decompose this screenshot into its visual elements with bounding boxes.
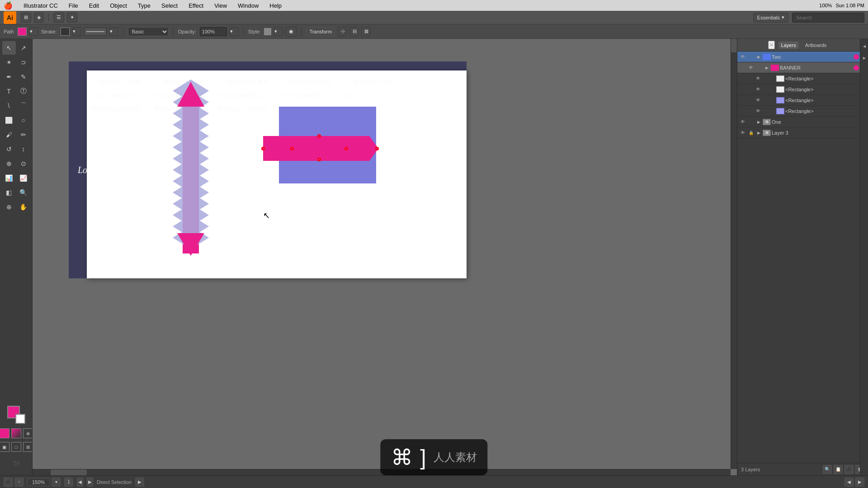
pencil-tool[interactable]: ✏ <box>17 128 30 141</box>
menu-view[interactable]: View <box>212 2 229 9</box>
eyedropper-tool[interactable]: 🔍 <box>17 186 30 199</box>
selection-tool[interactable]: ↖ <box>2 41 16 55</box>
menu-select[interactable]: Select <box>160 2 179 9</box>
pen-tool[interactable]: ✒ <box>2 70 16 84</box>
artboard-tool-btn[interactable]: ⬛ <box>3 456 30 470</box>
vertical-scrollbar[interactable] <box>731 39 737 469</box>
layer-target-two[interactable] <box>854 54 859 60</box>
status-right-2[interactable]: ▶ <box>855 478 864 487</box>
transform-button[interactable]: Transform <box>306 27 335 36</box>
layer-expand-one[interactable]: ▶ <box>755 119 762 125</box>
tab-layers[interactable]: Layers <box>778 42 799 49</box>
lasso-tool[interactable]: ⊃ <box>17 56 30 69</box>
handle-left-mid[interactable] <box>261 147 265 150</box>
stroke-color-box[interactable] <box>61 28 70 36</box>
opacity-arrow-btn[interactable]: ▾ <box>230 27 239 36</box>
opacity-input[interactable] <box>200 27 227 36</box>
dock-btn-1[interactable]: ◀ <box>859 41 868 52</box>
style-arrow-btn[interactable]: ▾ <box>274 27 283 36</box>
view-screen-mode[interactable]: ▣ <box>0 442 9 452</box>
rect-tool[interactable]: ⬜ <box>2 113 16 127</box>
line-tool[interactable]: \ <box>2 99 16 113</box>
color-mode-solid[interactable] <box>0 428 9 438</box>
paintbrush-tool[interactable]: 🖌 <box>2 128 16 141</box>
arc-tool[interactable]: ⌒ <box>17 99 30 113</box>
search-input[interactable] <box>792 13 864 23</box>
width-tool[interactable]: ⊙ <box>17 157 30 170</box>
fill-color-box[interactable] <box>18 28 27 36</box>
zoom-down-btn[interactable]: ▾ <box>52 478 61 487</box>
toolbar-btn-2[interactable]: ◈ <box>34 13 44 23</box>
page-prev-btn[interactable]: ◀ <box>77 478 83 487</box>
color-mode-gradient[interactable] <box>11 428 21 438</box>
canvas-area[interactable]: Logo 人人素材社区人人素材社区人人素材社区人人素材社区人人素材社区人人素材社… <box>33 39 737 475</box>
handle-right-mid[interactable] <box>375 147 379 150</box>
zoom-tool[interactable]: ⊕ <box>2 200 16 214</box>
handle-extra-1[interactable] <box>290 147 294 150</box>
view-full-mode[interactable]: □ <box>11 442 21 452</box>
background-color[interactable] <box>15 414 25 424</box>
magic-wand-tool[interactable]: ✶ <box>2 56 16 69</box>
tab-artboards[interactable]: Artboards <box>802 42 830 49</box>
layer-item-rect1[interactable]: 👁 <Rectangle> <box>737 73 868 84</box>
blend-mode-select[interactable]: Basic <box>128 27 169 36</box>
panel-close-btn[interactable]: ✕ <box>768 41 775 49</box>
layer-item-one[interactable]: 👁 ▶ ⊞ One <box>737 117 868 127</box>
dock-btn-2[interactable]: ▶ <box>859 52 868 63</box>
handle-extra-2[interactable] <box>344 147 348 150</box>
menu-effect[interactable]: Effect <box>187 2 205 9</box>
menu-help[interactable]: Help <box>268 2 283 9</box>
column-graph-tool[interactable]: 📊 <box>2 171 16 185</box>
scrollbar-thumb-h[interactable] <box>51 469 87 475</box>
toolbar-btn-1[interactable]: ⊞ <box>21 13 31 23</box>
layer-item-banner[interactable]: 👁 ▶ BANNER <box>737 62 868 73</box>
page-number[interactable]: 1 <box>64 478 73 487</box>
style-box[interactable] <box>264 28 271 35</box>
ellipse-tool[interactable]: ○ <box>17 113 30 127</box>
zoom-input[interactable] <box>27 478 50 486</box>
toolbar-btn-arrange[interactable]: ☰ <box>53 13 64 23</box>
layer-eye-one[interactable]: 👁 <box>739 118 746 126</box>
layer-lock-layer3[interactable]: 🔒 <box>747 129 755 136</box>
essentials-button[interactable]: Essentials ▾ <box>753 13 788 23</box>
lf-search-btn[interactable]: 🔍 <box>823 465 832 474</box>
menu-edit[interactable]: Edit <box>87 2 101 9</box>
color-mode-none[interactable]: ⊗ <box>23 428 33 438</box>
toolbar-btn-icon[interactable]: ✦ <box>67 13 77 23</box>
page-next-btn[interactable]: ▶ <box>87 478 93 487</box>
status-play-btn[interactable]: ▶ <box>135 478 144 487</box>
layer-item-rect2[interactable]: 👁 <Rectangle> <box>737 84 868 95</box>
appearance-btn[interactable]: ◉ <box>286 27 297 37</box>
status-right-1[interactable]: ◀ <box>844 478 854 487</box>
type-tool[interactable]: T <box>2 84 16 98</box>
layer-expand-layer3[interactable]: ▶ <box>755 130 762 136</box>
layer-item-rect3[interactable]: 👁 <Rectangle> <box>737 95 868 106</box>
layer-item-two[interactable]: 👁 ▶ Two <box>737 52 868 62</box>
view-present-mode[interactable]: ⊞ <box>23 442 33 452</box>
layer-target-banner[interactable] <box>854 65 859 70</box>
menu-object[interactable]: Object <box>108 2 129 9</box>
touch-type-tool[interactable]: Ⓣ <box>17 84 30 98</box>
status-icon-2[interactable]: ↑ <box>14 478 24 487</box>
stroke-weight-btn[interactable]: ▾ <box>109 27 118 36</box>
layer-eye-banner[interactable]: 👁 <box>747 64 755 71</box>
bar-graph-tool[interactable]: 📈 <box>17 171 30 185</box>
menu-window[interactable]: Window <box>236 2 260 9</box>
layer-expand-banner[interactable]: ▶ <box>764 65 770 71</box>
layer-eye-rect3[interactable]: 👁 <box>755 97 762 104</box>
handle-bot-mid[interactable] <box>317 158 321 161</box>
banner-arrow-wrapper[interactable] <box>263 136 378 161</box>
layer-eye-rect2[interactable]: 👁 <box>755 86 762 93</box>
layer-eye-layer3[interactable]: 👁 <box>739 129 746 136</box>
lf-new-layer-btn[interactable]: 📋 <box>834 465 843 474</box>
align-btn-2[interactable]: ⊠ <box>361 27 370 37</box>
warp-tool[interactable]: ⊕ <box>2 157 16 170</box>
align-btn[interactable]: ⊟ <box>349 27 359 37</box>
hand-tool[interactable]: ✋ <box>17 200 30 214</box>
scrollbar-thumb-v[interactable] <box>731 39 737 52</box>
layer-eye-rect1[interactable]: 👁 <box>755 75 762 82</box>
fill-arrow-btn[interactable]: ▾ <box>29 27 38 36</box>
handle-top-mid[interactable] <box>317 134 321 138</box>
menu-illustrator[interactable]: Illustrator CC <box>22 2 60 9</box>
layer-expand-two[interactable]: ▶ <box>755 54 762 60</box>
